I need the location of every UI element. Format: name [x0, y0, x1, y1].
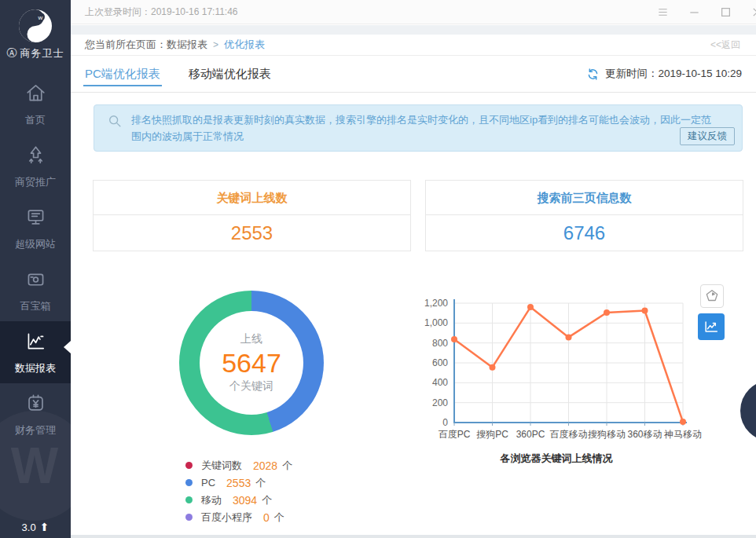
stat-card-title: 关键词上线数 [94, 181, 410, 215]
breadcrumb: 您当前所在页面：数据报表 > 优化报表 <<返回 [71, 35, 756, 56]
brand-badge-icon: Ⓐ [7, 47, 18, 59]
svg-text:1,000: 1,000 [424, 317, 448, 328]
home-icon [24, 82, 47, 107]
donut-center-value: 5647 [222, 349, 281, 377]
legend-unit: 个 [282, 459, 292, 473]
sidebar-item-website[interactable]: 超级网站 [0, 197, 71, 259]
main-content: 您当前所在页面：数据报表 > 优化报表 <<返回 PC端优化报表移动端优化报表 … [71, 35, 756, 538]
tabs-bar: PC端优化报表移动端优化报表 更新时间：2019-10-15 10:29 [71, 56, 756, 93]
legend-dot-icon [185, 479, 193, 486]
svg-text:搜狗PC: 搜狗PC [476, 429, 508, 440]
sidebar-item-label: 百宝箱 [20, 299, 51, 313]
legend-item[interactable]: PC2553个 [185, 477, 292, 489]
chart-type-toggles [698, 284, 726, 340]
legend-value: 2028 [253, 459, 277, 472]
sidebar-item-toolbox[interactable]: 百宝箱 [0, 259, 71, 321]
svg-text:400: 400 [432, 377, 448, 388]
brand-name: 商务卫士 [20, 47, 64, 59]
sidebar-item-label: 数据报表 [15, 361, 56, 375]
last-login-label: 上次登录时间：2019-10-16 17:11:46 [85, 5, 238, 19]
donut-center-label: 上线 5647 个关键词 [179, 291, 324, 435]
breadcrumb-separator: > [213, 39, 218, 50]
header-gap-strip [71, 25, 756, 35]
svg-text:神马移动: 神马移动 [663, 429, 702, 440]
notice-banner: 排名快照抓取的是报表更新时刻的真实数据，搜索引擎的排名是实时变化的，且不同地区i… [94, 104, 743, 152]
back-link[interactable]: <<返回 [710, 38, 740, 52]
breadcrumb-section: 数据报表 [167, 38, 207, 52]
stat-card-top3-pages: 搜索前三页信息数6746 [425, 180, 743, 251]
legend-label: PC [201, 477, 215, 489]
notice-text: 排名快照抓取的是报表更新时刻的真实数据，搜索引擎的排名是实时变化的，且不同地区i… [131, 114, 711, 142]
svg-text:w: w [38, 14, 43, 21]
tab-pc-report[interactable]: PC端优化报表 [85, 56, 160, 92]
legend-label: 关键词数 [201, 459, 242, 473]
promotion-icon [24, 144, 47, 169]
stat-cards: 关键词上线数2553搜索前三页信息数6746 [93, 180, 743, 251]
legend-value: 0 [263, 511, 270, 524]
website-icon [24, 206, 47, 231]
line-chart-icon [703, 318, 720, 335]
search-icon [108, 114, 122, 128]
feedback-button[interactable]: 建议反馈 [680, 127, 735, 145]
svg-text:百度移动: 百度移动 [550, 429, 588, 440]
breadcrumb-prefix: 您当前所在页面： [85, 38, 167, 52]
donut-legend: 关键词数2028个PC2553个移动3094个百度小程序0个 [185, 459, 292, 523]
svg-text:600: 600 [432, 357, 448, 368]
legend-dot-icon [185, 496, 193, 503]
svg-text:搜狗移动: 搜狗移动 [588, 429, 626, 440]
close-button[interactable] [751, 6, 756, 18]
line-chart-title: 各浏览器关键词上线情况 [415, 452, 698, 466]
sidebar-item-label: 超级网站 [15, 237, 56, 251]
svg-text:800: 800 [432, 338, 448, 349]
legend-label: 移动 [201, 493, 222, 507]
version-label: 3.0⬆ [0, 521, 71, 533]
pentagon-chart-icon [703, 287, 721, 305]
keyword-donut-chart: 上线 5647 个关键词 [179, 291, 324, 435]
legend-unit: 个 [262, 493, 272, 507]
menu-button[interactable] [657, 6, 669, 18]
stat-card-keywords-online: 关键词上线数2553 [93, 180, 411, 251]
stat-card-title: 搜索前三页信息数 [426, 181, 743, 215]
tab-mobile-report[interactable]: 移动端优化报表 [189, 56, 271, 92]
brand: Ⓐ商务卫士 [0, 46, 71, 60]
line-chart-toggle-button[interactable] [698, 313, 725, 340]
titlebar: 上次登录时间：2019-10-16 17:11:46 [71, 0, 756, 24]
donut-center-top: 上线 [240, 332, 262, 346]
window-bottom-edge [71, 535, 756, 538]
refresh-icon[interactable] [586, 68, 600, 81]
legend-label: 百度小程序 [201, 511, 252, 525]
legend-dot-icon [185, 514, 193, 521]
minimize-button[interactable] [688, 6, 700, 18]
sidebar: w Ⓐ商务卫士 首页商贸推广超级网站百宝箱数据报表财务管理 W 3.0⬆ [0, 0, 71, 538]
svg-text:200: 200 [432, 397, 448, 408]
donut-center-bottom: 个关键词 [229, 379, 273, 393]
stat-card-value: 6746 [426, 215, 743, 251]
sidebar-item-promotion[interactable]: 商贸推广 [0, 135, 71, 197]
legend-item[interactable]: 关键词数2028个 [185, 459, 292, 471]
sidebar-menu: 首页商贸推广超级网站百宝箱数据报表财务管理 [0, 73, 71, 445]
svg-text:百度PC: 百度PC [439, 429, 471, 440]
sidebar-item-report[interactable]: 数据报表 [0, 321, 71, 383]
legend-unit: 个 [255, 476, 266, 490]
svg-text:360PC: 360PC [516, 429, 545, 440]
legend-item[interactable]: 百度小程序0个 [185, 511, 292, 523]
breadcrumb-current[interactable]: 优化报表 [224, 38, 265, 52]
svg-text:1,200: 1,200 [424, 298, 448, 309]
pie-chart-toggle-button[interactable] [700, 284, 724, 308]
legend-item[interactable]: 移动3094个 [185, 494, 292, 506]
watermark-logo: W [0, 411, 71, 521]
update-time-block: 更新时间：2019-10-15 10:29 [586, 67, 742, 81]
report-icon [24, 330, 47, 355]
upgrade-arrow-icon[interactable]: ⬆ [40, 521, 50, 533]
svg-text:0: 0 [442, 417, 448, 428]
window-controls [657, 0, 756, 24]
sidebar-item-home[interactable]: 首页 [0, 73, 71, 135]
tabs: PC端优化报表移动端优化报表 [85, 56, 299, 92]
stat-card-value: 2553 [94, 215, 410, 251]
maximize-button[interactable] [720, 6, 732, 18]
legend-value: 2553 [226, 477, 251, 489]
svg-text:360移动: 360移动 [627, 429, 662, 440]
legend-dot-icon [185, 462, 193, 469]
floating-action-button[interactable] [740, 380, 756, 441]
legend-value: 3094 [233, 494, 257, 507]
